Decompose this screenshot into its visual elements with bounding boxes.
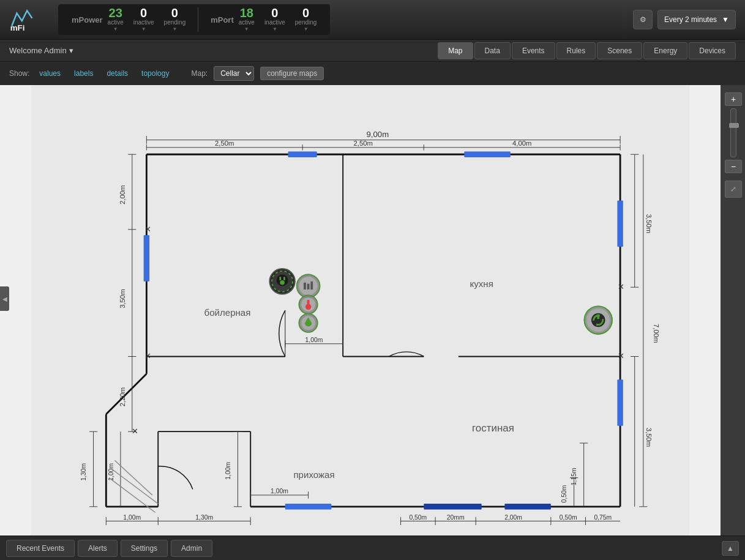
show-values[interactable]: values bbox=[36, 67, 64, 80]
svg-rect-100 bbox=[504, 504, 550, 509]
tab-map[interactable]: Map bbox=[438, 42, 473, 59]
svg-rect-96 bbox=[617, 201, 623, 247]
mport-inactive-stat: 0 inactive ▼ bbox=[264, 7, 285, 32]
map-label: Map: bbox=[191, 69, 208, 78]
mpower-pending-arrow: ▼ bbox=[172, 26, 177, 32]
svg-rect-143 bbox=[597, 315, 599, 319]
mpower-pending-stat: 0 pending ▼ bbox=[164, 7, 186, 32]
map-fullscreen-button[interactable]: ⤢ bbox=[725, 181, 742, 198]
tab-scenes[interactable]: Scenes bbox=[597, 42, 642, 59]
svg-text:кухня: кухня bbox=[470, 278, 493, 289]
zoom-controls: + − ⤢ bbox=[725, 92, 742, 198]
svg-text:✕: ✕ bbox=[618, 351, 624, 360]
bottom-panel-toggle[interactable]: ▲ bbox=[722, 541, 739, 556]
svg-rect-99 bbox=[424, 504, 481, 509]
interval-selector[interactable]: Every 2 minutes ▼ bbox=[657, 10, 736, 29]
mport-pending-label: pending bbox=[295, 19, 317, 26]
svg-text:✕: ✕ bbox=[144, 351, 151, 360]
svg-text:3,50m: 3,50m bbox=[645, 214, 653, 233]
svg-rect-94 bbox=[464, 152, 510, 157]
zoom-out-button[interactable]: − bbox=[725, 160, 742, 173]
interval-arrow-icon: ▼ bbox=[722, 15, 729, 24]
mpower-inactive-stat: 0 inactive ▼ bbox=[133, 7, 154, 32]
svg-text:0,50m: 0,50m bbox=[560, 514, 577, 521]
mport-inactive-arrow: ▼ bbox=[272, 26, 277, 32]
mport-label: mPort bbox=[211, 15, 234, 24]
mport-section: mPort 18 active ▼ 0 inactive ▼ 0 pending… bbox=[204, 7, 323, 32]
settings-tab[interactable]: Settings bbox=[121, 540, 168, 557]
welcome-dropdown-icon[interactable]: ▾ bbox=[69, 46, 73, 55]
admin-tab[interactable]: Admin bbox=[171, 540, 212, 557]
svg-rect-95 bbox=[144, 235, 149, 281]
svg-text:3,50m: 3,50m bbox=[119, 289, 126, 308]
svg-text:✕: ✕ bbox=[144, 225, 151, 234]
map-toolbar: Show: values labels details topology Map… bbox=[0, 62, 745, 85]
svg-rect-129 bbox=[310, 282, 313, 289]
svg-rect-128 bbox=[307, 284, 310, 289]
show-labels[interactable]: labels bbox=[70, 67, 97, 80]
mpower-pending-label: pending bbox=[164, 19, 186, 26]
mfi-logo-icon: mFi bbox=[9, 7, 40, 32]
mpower-inactive-arrow: ▼ bbox=[141, 26, 146, 32]
recent-events-tab[interactable]: Recent Events bbox=[6, 540, 75, 557]
mport-stats: 18 active ▼ 0 inactive ▼ 0 pending ▼ bbox=[239, 7, 317, 32]
tab-rules[interactable]: Rules bbox=[556, 42, 596, 59]
mport-active-stat: 18 active ▼ bbox=[239, 7, 255, 32]
show-label: Show: bbox=[9, 69, 29, 78]
show-topology[interactable]: topology bbox=[138, 67, 173, 80]
svg-text:✕: ✕ bbox=[132, 427, 138, 436]
settings-button[interactable]: ⚙ bbox=[633, 10, 653, 29]
mpower-inactive-label: inactive bbox=[133, 19, 154, 26]
tab-devices[interactable]: Devices bbox=[689, 42, 736, 59]
stats-divider bbox=[198, 7, 198, 32]
svg-text:гостиная: гостиная bbox=[472, 422, 514, 434]
svg-rect-122 bbox=[283, 277, 285, 280]
device-group-2 bbox=[297, 274, 320, 332]
svg-text:7,00m: 7,00m bbox=[653, 324, 660, 343]
device-group-1 bbox=[269, 269, 295, 294]
svg-text:1,00m: 1,00m bbox=[271, 488, 288, 495]
svg-text:1,00m: 1,00m bbox=[225, 462, 231, 480]
svg-text:1,30m: 1,30m bbox=[195, 514, 213, 521]
svg-text:0,50m: 0,50m bbox=[561, 485, 567, 503]
alerts-tab[interactable]: Alerts bbox=[78, 540, 118, 557]
configure-maps-button[interactable]: configure maps bbox=[260, 67, 324, 80]
welcome-label: Welcome Admin bbox=[9, 46, 67, 55]
map-dropdown[interactable]: Cellar bbox=[214, 66, 254, 81]
svg-text:0,75m: 0,75m bbox=[594, 514, 612, 521]
mpower-label: mPower bbox=[72, 15, 103, 24]
svg-text:2,20m: 2,20m bbox=[119, 387, 126, 406]
svg-rect-93 bbox=[288, 152, 317, 157]
svg-text:mFi: mFi bbox=[10, 23, 25, 32]
device-group-3 bbox=[585, 306, 612, 334]
svg-rect-121 bbox=[279, 277, 281, 280]
mpower-active-count: 23 bbox=[109, 7, 122, 19]
show-details[interactable]: details bbox=[103, 67, 132, 80]
tab-data[interactable]: Data bbox=[474, 42, 511, 59]
mpower-pending-count: 0 bbox=[171, 7, 178, 19]
svg-text:1,15m: 1,15m bbox=[571, 468, 577, 485]
svg-point-134 bbox=[305, 304, 311, 310]
svg-text:1,00m: 1,00m bbox=[305, 337, 323, 343]
welcome-text: Welcome Admin ▾ bbox=[9, 46, 73, 55]
mpower-active-arrow: ▼ bbox=[113, 26, 118, 32]
side-panel-toggle[interactable]: ◀ bbox=[0, 286, 9, 311]
svg-text:0,50m: 0,50m bbox=[409, 514, 427, 521]
mport-inactive-label: inactive bbox=[264, 19, 285, 26]
mport-pending-arrow: ▼ bbox=[304, 26, 309, 32]
mport-pending-count: 0 bbox=[302, 7, 309, 19]
svg-text:2,00m: 2,00m bbox=[119, 185, 126, 204]
tab-events[interactable]: Events bbox=[512, 42, 555, 59]
zoom-slider[interactable] bbox=[730, 108, 736, 157]
nav-tabs: Map Data Events Rules Scenes Energy Devi… bbox=[438, 42, 736, 59]
svg-text:1,00m: 1,00m bbox=[108, 463, 114, 481]
mport-active-count: 18 bbox=[240, 7, 253, 19]
svg-text:1,30m: 1,30m bbox=[80, 463, 87, 481]
svg-text:✕: ✕ bbox=[618, 282, 624, 291]
mpower-active-label: active bbox=[108, 19, 124, 26]
tab-energy[interactable]: Energy bbox=[643, 42, 687, 59]
mport-pending-stat: 0 pending ▼ bbox=[295, 7, 317, 32]
svg-rect-97 bbox=[617, 379, 623, 425]
zoom-in-button[interactable]: + bbox=[725, 92, 742, 106]
mpower-active-stat: 23 active ▼ bbox=[108, 7, 124, 32]
